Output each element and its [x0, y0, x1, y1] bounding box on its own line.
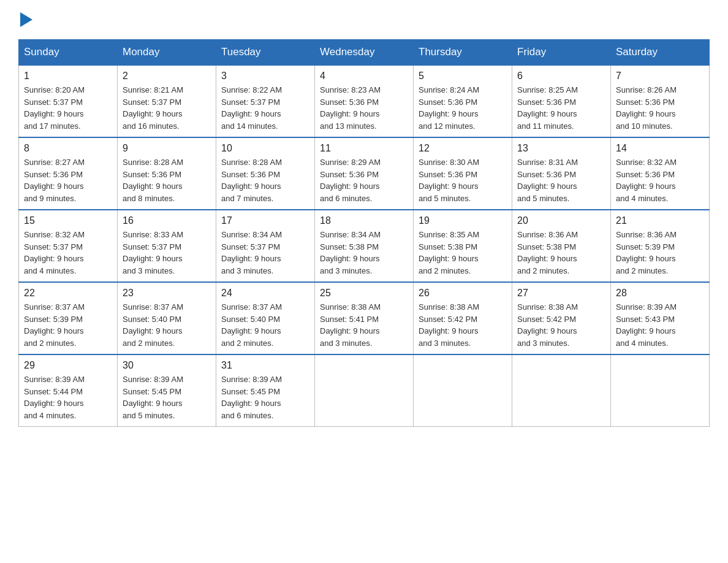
day-number: 22 — [24, 288, 112, 299]
day-info: Sunrise: 8:34 AM Sunset: 5:38 PM Dayligh… — [320, 229, 408, 277]
day-info: Sunrise: 8:36 AM Sunset: 5:39 PM Dayligh… — [616, 229, 704, 277]
calendar-day-cell: 21 Sunrise: 8:36 AM Sunset: 5:39 PM Dayl… — [611, 210, 710, 282]
day-info: Sunrise: 8:31 AM Sunset: 5:36 PM Dayligh… — [517, 156, 605, 204]
calendar-day-cell: 14 Sunrise: 8:32 AM Sunset: 5:36 PM Dayl… — [611, 137, 710, 210]
calendar-day-cell: 6 Sunrise: 8:25 AM Sunset: 5:36 PM Dayli… — [512, 65, 611, 137]
calendar-day-cell: 26 Sunrise: 8:38 AM Sunset: 5:42 PM Dayl… — [414, 282, 512, 354]
weekday-header-thursday: Thursday — [414, 40, 512, 66]
calendar-day-cell: 12 Sunrise: 8:30 AM Sunset: 5:36 PM Dayl… — [414, 137, 512, 210]
day-number: 19 — [419, 215, 507, 226]
calendar-day-cell — [414, 354, 512, 427]
calendar-day-cell: 20 Sunrise: 8:36 AM Sunset: 5:38 PM Dayl… — [512, 210, 611, 282]
calendar-week-row: 22 Sunrise: 8:37 AM Sunset: 5:39 PM Dayl… — [19, 282, 710, 354]
day-number: 2 — [123, 71, 211, 82]
day-number: 18 — [320, 215, 408, 226]
day-number: 31 — [221, 360, 309, 371]
calendar-week-row: 29 Sunrise: 8:39 AM Sunset: 5:44 PM Dayl… — [19, 354, 710, 427]
day-info: Sunrise: 8:21 AM Sunset: 5:37 PM Dayligh… — [123, 84, 211, 132]
calendar-day-cell: 11 Sunrise: 8:29 AM Sunset: 5:36 PM Dayl… — [315, 137, 414, 210]
day-info: Sunrise: 8:22 AM Sunset: 5:37 PM Dayligh… — [221, 84, 309, 132]
calendar-day-cell: 29 Sunrise: 8:39 AM Sunset: 5:44 PM Dayl… — [19, 354, 118, 427]
day-number: 26 — [419, 288, 507, 299]
calendar-day-cell: 27 Sunrise: 8:38 AM Sunset: 5:42 PM Dayl… — [512, 282, 611, 354]
day-info: Sunrise: 8:35 AM Sunset: 5:38 PM Dayligh… — [419, 229, 507, 277]
logo — [18, 12, 32, 27]
calendar-day-cell: 5 Sunrise: 8:24 AM Sunset: 5:36 PM Dayli… — [414, 65, 512, 137]
calendar-day-cell: 1 Sunrise: 8:20 AM Sunset: 5:37 PM Dayli… — [19, 65, 118, 137]
calendar-day-cell: 22 Sunrise: 8:37 AM Sunset: 5:39 PM Dayl… — [19, 282, 118, 354]
calendar-day-cell: 9 Sunrise: 8:28 AM Sunset: 5:36 PM Dayli… — [118, 137, 216, 210]
calendar-day-cell — [611, 354, 710, 427]
day-info: Sunrise: 8:20 AM Sunset: 5:37 PM Dayligh… — [24, 84, 112, 132]
day-number: 28 — [616, 288, 704, 299]
day-info: Sunrise: 8:27 AM Sunset: 5:36 PM Dayligh… — [24, 156, 112, 204]
day-number: 5 — [419, 71, 507, 82]
weekday-header-monday: Monday — [118, 40, 216, 66]
day-number: 10 — [221, 143, 309, 154]
calendar-day-cell: 8 Sunrise: 8:27 AM Sunset: 5:36 PM Dayli… — [19, 137, 118, 210]
day-info: Sunrise: 8:39 AM Sunset: 5:43 PM Dayligh… — [616, 301, 704, 349]
calendar-week-row: 1 Sunrise: 8:20 AM Sunset: 5:37 PM Dayli… — [19, 65, 710, 137]
day-info: Sunrise: 8:38 AM Sunset: 5:42 PM Dayligh… — [517, 301, 605, 349]
day-number: 23 — [123, 288, 211, 299]
day-number: 29 — [24, 360, 112, 371]
day-info: Sunrise: 8:39 AM Sunset: 5:44 PM Dayligh… — [24, 373, 112, 421]
day-number: 8 — [24, 143, 112, 154]
day-info: Sunrise: 8:33 AM Sunset: 5:37 PM Dayligh… — [123, 229, 211, 277]
day-number: 12 — [419, 143, 507, 154]
day-info: Sunrise: 8:39 AM Sunset: 5:45 PM Dayligh… — [221, 373, 309, 421]
day-number: 14 — [616, 143, 704, 154]
calendar-day-cell — [315, 354, 414, 427]
calendar-week-row: 8 Sunrise: 8:27 AM Sunset: 5:36 PM Dayli… — [19, 137, 710, 210]
day-number: 27 — [517, 288, 605, 299]
day-number: 21 — [616, 215, 704, 226]
day-number: 25 — [320, 288, 408, 299]
calendar-day-cell: 19 Sunrise: 8:35 AM Sunset: 5:38 PM Dayl… — [414, 210, 512, 282]
calendar-body: 1 Sunrise: 8:20 AM Sunset: 5:37 PM Dayli… — [19, 65, 710, 427]
page-header — [18, 12, 710, 27]
calendar-day-cell: 28 Sunrise: 8:39 AM Sunset: 5:43 PM Dayl… — [611, 282, 710, 354]
day-number: 16 — [123, 215, 211, 226]
weekday-header-wednesday: Wednesday — [315, 40, 414, 66]
day-number: 20 — [517, 215, 605, 226]
day-number: 24 — [221, 288, 309, 299]
logo-arrow-icon — [20, 12, 32, 27]
day-number: 15 — [24, 215, 112, 226]
day-info: Sunrise: 8:25 AM Sunset: 5:36 PM Dayligh… — [517, 84, 605, 132]
day-number: 1 — [24, 71, 112, 82]
calendar-day-cell: 10 Sunrise: 8:28 AM Sunset: 5:36 PM Dayl… — [216, 137, 315, 210]
calendar-day-cell: 4 Sunrise: 8:23 AM Sunset: 5:36 PM Dayli… — [315, 65, 414, 137]
day-info: Sunrise: 8:34 AM Sunset: 5:37 PM Dayligh… — [221, 229, 309, 277]
calendar-day-cell: 16 Sunrise: 8:33 AM Sunset: 5:37 PM Dayl… — [118, 210, 216, 282]
weekday-header-friday: Friday — [512, 40, 611, 66]
day-info: Sunrise: 8:32 AM Sunset: 5:37 PM Dayligh… — [24, 229, 112, 277]
day-info: Sunrise: 8:26 AM Sunset: 5:36 PM Dayligh… — [616, 84, 704, 132]
calendar-day-cell — [512, 354, 611, 427]
calendar-day-cell: 17 Sunrise: 8:34 AM Sunset: 5:37 PM Dayl… — [216, 210, 315, 282]
day-info: Sunrise: 8:36 AM Sunset: 5:38 PM Dayligh… — [517, 229, 605, 277]
weekday-header-tuesday: Tuesday — [216, 40, 315, 66]
calendar-day-cell: 7 Sunrise: 8:26 AM Sunset: 5:36 PM Dayli… — [611, 65, 710, 137]
calendar-day-cell: 25 Sunrise: 8:38 AM Sunset: 5:41 PM Dayl… — [315, 282, 414, 354]
weekday-header-saturday: Saturday — [611, 40, 710, 66]
day-info: Sunrise: 8:23 AM Sunset: 5:36 PM Dayligh… — [320, 84, 408, 132]
day-info: Sunrise: 8:38 AM Sunset: 5:42 PM Dayligh… — [419, 301, 507, 349]
day-info: Sunrise: 8:24 AM Sunset: 5:36 PM Dayligh… — [419, 84, 507, 132]
weekday-header-row: SundayMondayTuesdayWednesdayThursdayFrid… — [19, 40, 710, 66]
day-number: 3 — [221, 71, 309, 82]
day-info: Sunrise: 8:28 AM Sunset: 5:36 PM Dayligh… — [123, 156, 211, 204]
calendar-day-cell: 31 Sunrise: 8:39 AM Sunset: 5:45 PM Dayl… — [216, 354, 315, 427]
day-info: Sunrise: 8:39 AM Sunset: 5:45 PM Dayligh… — [123, 373, 211, 421]
day-info: Sunrise: 8:32 AM Sunset: 5:36 PM Dayligh… — [616, 156, 704, 204]
calendar-day-cell: 3 Sunrise: 8:22 AM Sunset: 5:37 PM Dayli… — [216, 65, 315, 137]
calendar-table: SundayMondayTuesdayWednesdayThursdayFrid… — [18, 39, 710, 427]
calendar-day-cell: 2 Sunrise: 8:21 AM Sunset: 5:37 PM Dayli… — [118, 65, 216, 137]
calendar-week-row: 15 Sunrise: 8:32 AM Sunset: 5:37 PM Dayl… — [19, 210, 710, 282]
day-number: 11 — [320, 143, 408, 154]
calendar-header: SundayMondayTuesdayWednesdayThursdayFrid… — [19, 40, 710, 66]
day-info: Sunrise: 8:37 AM Sunset: 5:39 PM Dayligh… — [24, 301, 112, 349]
day-info: Sunrise: 8:29 AM Sunset: 5:36 PM Dayligh… — [320, 156, 408, 204]
calendar-day-cell: 18 Sunrise: 8:34 AM Sunset: 5:38 PM Dayl… — [315, 210, 414, 282]
day-info: Sunrise: 8:28 AM Sunset: 5:36 PM Dayligh… — [221, 156, 309, 204]
calendar-day-cell: 30 Sunrise: 8:39 AM Sunset: 5:45 PM Dayl… — [118, 354, 216, 427]
